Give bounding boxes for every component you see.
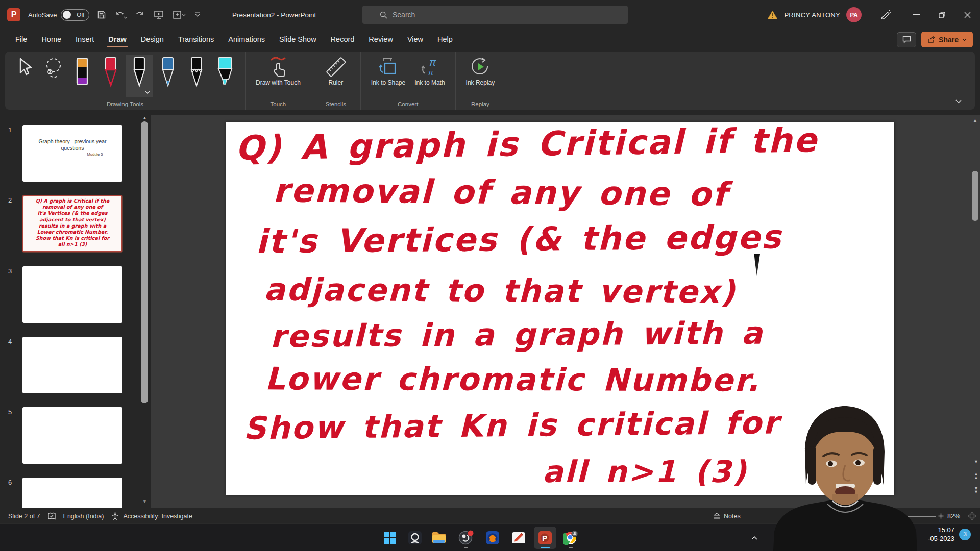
- accessibility-icon: [111, 512, 119, 520]
- thumbnail-number-6: 6: [8, 479, 12, 486]
- menu-tab-record[interactable]: Record: [324, 30, 362, 49]
- next-slide-button[interactable]: ▼▼: [974, 487, 978, 494]
- group-label-replay: Replay: [471, 101, 489, 110]
- zoom-slider-thumb[interactable]: [894, 512, 898, 520]
- minimize-button[interactable]: [903, 0, 929, 30]
- windows-icon: [383, 531, 397, 544]
- black-pen-tool[interactable]: [126, 55, 153, 97]
- undo-icon[interactable]: [115, 10, 127, 19]
- start-slideshow-icon[interactable]: [154, 10, 164, 19]
- fit-slide-icon[interactable]: [968, 508, 976, 524]
- file-explorer-icon[interactable]: [428, 527, 450, 549]
- chrome-icon[interactable]: [559, 527, 582, 549]
- spellcheck-icon[interactable]: [47, 512, 56, 520]
- ink-to-shape-label: Ink to Shape: [371, 79, 405, 86]
- avatar-initials: PA: [850, 12, 857, 18]
- share-button[interactable]: Share: [921, 32, 973, 47]
- slide-editing-area[interactable]: Q) A graph is Critical if the removal of…: [226, 122, 894, 495]
- notes-label: Notes: [724, 513, 741, 520]
- eraser-tool[interactable]: [68, 55, 96, 97]
- show-hidden-icons-chevron[interactable]: [751, 524, 757, 551]
- powerpoint-logo-letter: P: [11, 10, 17, 19]
- menu-tab-help[interactable]: Help: [430, 30, 460, 49]
- slide-thumbnail-1[interactable]: Graph theory –previous year questions Mo…: [22, 125, 122, 182]
- whiteboard-app-icon[interactable]: [507, 527, 530, 549]
- zoom-in-icon[interactable]: [938, 508, 944, 524]
- blue-pen-tool[interactable]: [154, 55, 182, 97]
- menu-tab-animations[interactable]: Animations: [221, 30, 272, 49]
- menu-tab-slideshow[interactable]: Slide Show: [272, 30, 324, 49]
- menu-tab-transitions[interactable]: Transitions: [171, 30, 221, 49]
- select-tool[interactable]: [11, 55, 39, 97]
- accessibility-status[interactable]: Accessibility: Investigate: [111, 512, 192, 520]
- obs-studio-icon[interactable]: [455, 527, 477, 549]
- menu-tab-draw[interactable]: Draw: [101, 30, 133, 49]
- red-pen-tool[interactable]: [97, 55, 125, 97]
- pen-options-chevron-icon[interactable]: [145, 91, 150, 94]
- group-label-stencils: Stencils: [326, 101, 346, 110]
- menu-tab-insert[interactable]: Insert: [68, 30, 101, 49]
- slide-thumbnail-5[interactable]: [22, 407, 122, 464]
- powerpoint-taskbar-icon[interactable]: P: [534, 527, 556, 549]
- comments-button[interactable]: [897, 32, 916, 47]
- start-button[interactable]: [379, 527, 401, 549]
- customize-toolbar-icon[interactable]: [194, 12, 201, 18]
- ink-line-3: it's Vertices (& the edges: [256, 218, 782, 261]
- avatar[interactable]: PA: [846, 7, 862, 22]
- draw-with-touch-button[interactable]: Draw with Touch: [252, 55, 305, 86]
- ink-replay-button[interactable]: Ink Replay: [462, 55, 499, 86]
- canvas-scrollbar-thumb[interactable]: [972, 171, 978, 221]
- taskbar-clock[interactable]: 15:07 -05-2023: [928, 525, 954, 543]
- panel-scrollbar-thumb[interactable]: [141, 121, 148, 403]
- menu-tab-design[interactable]: Design: [134, 30, 171, 49]
- search-box[interactable]: [362, 6, 628, 24]
- select-arrow-icon: [20, 59, 31, 74]
- ink-to-shape-button[interactable]: Ink to Shape: [367, 55, 409, 86]
- panel-scroll-up-icon[interactable]: ▲: [142, 115, 147, 120]
- notification-badge[interactable]: 3: [959, 529, 971, 540]
- thumb2-ink-preview: Q) A graph is Critical if the removal of…: [23, 198, 121, 248]
- restore-button[interactable]: [929, 0, 954, 30]
- menu-tab-view[interactable]: View: [400, 30, 430, 49]
- notes-button[interactable]: Notes: [713, 508, 741, 524]
- menu-tab-home[interactable]: Home: [34, 30, 68, 49]
- editing-pen-icon[interactable]: [873, 0, 898, 30]
- search-input[interactable]: [393, 11, 607, 19]
- camera-app-icon[interactable]: [404, 527, 426, 549]
- slide-thumbnail-4[interactable]: [22, 337, 122, 393]
- ink-to-math-button[interactable]: ππ Ink to Math: [410, 55, 449, 86]
- panel-scroll-down-icon[interactable]: ▼: [142, 499, 147, 504]
- previous-slide-button[interactable]: ▲▲: [974, 472, 978, 480]
- ink-replay-icon: [470, 57, 491, 77]
- share-chevron-icon: [962, 38, 967, 41]
- user-name[interactable]: PRINCY ANTONY: [784, 11, 840, 19]
- slide-thumbnail-2-selected[interactable]: Q) A graph is Critical if the removal of…: [22, 195, 122, 252]
- canvas-scroll-down-icon[interactable]: ▼: [974, 460, 978, 464]
- pencil-tool[interactable]: [183, 55, 210, 97]
- powerpoint-logo-icon[interactable]: P: [7, 8, 20, 21]
- slide-thumbnail-3[interactable]: [22, 266, 122, 323]
- menu-tab-file[interactable]: File: [8, 30, 34, 49]
- tray-date: -05-2023: [928, 534, 954, 543]
- ruler-label: Ruler: [328, 79, 343, 86]
- redo-icon: [136, 10, 145, 19]
- menu-tab-review[interactable]: Review: [361, 30, 400, 49]
- close-button[interactable]: [954, 0, 980, 30]
- language-indicator[interactable]: English (India): [63, 513, 104, 520]
- save-icon[interactable]: [97, 10, 106, 19]
- new-slide-icon[interactable]: [173, 10, 186, 19]
- thumbnail-number-4: 4: [8, 338, 12, 345]
- slide-thumbnail-6[interactable]: [22, 478, 122, 508]
- audio-app-icon[interactable]: [481, 527, 504, 549]
- canvas-scroll-up-icon[interactable]: ▲: [973, 118, 977, 123]
- lasso-select-tool[interactable]: [40, 55, 67, 97]
- zoom-level[interactable]: 82%: [947, 508, 960, 524]
- autosave-toggle[interactable]: Off: [61, 9, 89, 21]
- collapse-ribbon-chevron-icon[interactable]: [955, 99, 962, 104]
- share-icon: [927, 36, 935, 43]
- ruler-button[interactable]: Ruler: [317, 55, 354, 86]
- warning-icon[interactable]: [767, 10, 778, 20]
- highlighter-tool[interactable]: [211, 55, 239, 97]
- slide-canvas: Q) A graph is Critical if the removal of…: [151, 115, 980, 508]
- slide-indicator[interactable]: Slide 2 of 7: [8, 513, 40, 520]
